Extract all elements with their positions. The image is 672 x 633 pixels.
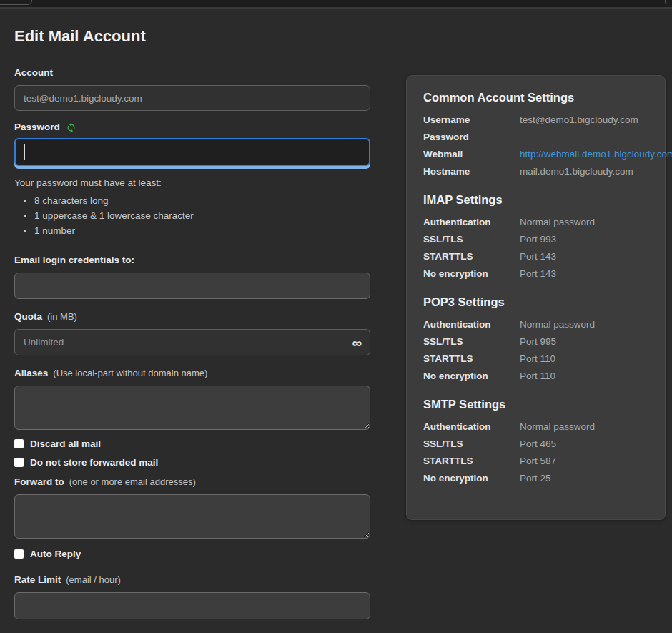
smtp-noenc-value: Port 25 — [520, 473, 551, 484]
smtp-ssl-value: Port 465 — [520, 439, 556, 449]
smtp-settings-title: SMTP Settings — [423, 398, 665, 411]
rate-limit-input[interactable] — [14, 592, 370, 619]
panel-title: Common Account Settings — [423, 91, 665, 104]
infinity-unlimited-icon[interactable]: ∞ — [352, 335, 362, 349]
username-row: Username test@demo1.bigcloudy.com — [423, 115, 665, 125]
imap-starttls-label: STARTTLS — [423, 252, 520, 262]
aliases-hint: (Use local-part without domain name) — [53, 368, 207, 378]
imap-starttls-value: Port 143 — [520, 252, 556, 262]
pop3-starttls-value: Port 110 — [520, 354, 555, 364]
auto-reply-label: Auto Reply — [30, 549, 81, 559]
pop3-ssl-row: SSL/TLS Port 995 — [423, 337, 665, 347]
forward-label-row: Forward to(one or more email addresses) — [14, 476, 370, 488]
rate-limit-label: Rate Limit — [14, 574, 61, 585]
imap-ssl-row: SSL/TLS Port 993 — [423, 235, 665, 245]
pop3-auth-row: Authentication Normal password — [423, 320, 665, 330]
username-value: test@demo1.bigcloudy.com — [520, 115, 638, 125]
aliases-label: Aliases — [14, 368, 48, 378]
smtp-starttls-label: STARTTLS — [423, 456, 520, 466]
pop3-settings-title: POP3 Settings — [423, 295, 665, 309]
smtp-noenc-row: No encryption Port 25 — [423, 473, 665, 484]
smtp-ssl-row: SSL/TLS Port 465 — [423, 439, 665, 449]
no-store-forwarded-row[interactable]: Do not store forwarded mail — [14, 457, 370, 468]
forward-label: Forward to — [14, 476, 64, 487]
pop3-noenc-row: No encryption Port 110 — [423, 371, 665, 381]
quota-hint: (in MB) — [47, 311, 77, 322]
imap-ssl-label: SSL/TLS — [423, 235, 520, 245]
password-rule: 1 uppercase & 1 lowercase character — [34, 210, 370, 221]
browser-edge-strip — [0, 0, 672, 9]
password-input[interactable] — [14, 138, 370, 166]
page-title: Edit Mail Account — [14, 27, 370, 46]
credentials-label: Email login credentials to: — [14, 255, 370, 266]
credentials-input[interactable] — [14, 273, 370, 299]
password-rule: 1 number — [34, 225, 370, 236]
password-requirements-list: 8 characters long 1 uppercase & 1 lowerc… — [14, 195, 370, 236]
pop3-ssl-value: Port 995 — [520, 337, 556, 347]
password-requirements-intro: Your password must have at least: — [14, 177, 370, 188]
hostname-row: Hostname mail.demo1.bigcloudy.com — [423, 167, 665, 177]
auto-reply-checkbox[interactable] — [14, 549, 24, 559]
imap-noenc-row: No encryption Port 143 — [423, 269, 665, 279]
no-store-forwarded-checkbox[interactable] — [14, 458, 24, 467]
smtp-starttls-value: Port 587 — [520, 456, 556, 466]
pop3-starttls-row: STARTTLS Port 110 — [423, 354, 665, 364]
username-label: Username — [423, 115, 520, 125]
clipped-browser-element-left — [0, 0, 32, 5]
forward-textarea[interactable] — [14, 494, 370, 539]
password-row-label: Password — [423, 132, 520, 142]
hostname-value: mail.demo1.bigcloudy.com — [520, 167, 633, 177]
pop3-auth-value: Normal password — [520, 320, 595, 330]
imap-noenc-label: No encryption — [423, 269, 520, 279]
aliases-textarea[interactable] — [14, 386, 370, 430]
edit-mail-account-page: Edit Mail Account Account Password Your … — [0, 9, 672, 632]
pop3-noenc-value: Port 110 — [520, 371, 555, 381]
smtp-auth-value: Normal password — [520, 422, 595, 432]
auto-reply-row[interactable]: Auto Reply — [14, 549, 370, 559]
mail-account-form: Edit Mail Account Account Password Your … — [14, 9, 370, 619]
webmail-label: Webmail — [423, 149, 520, 160]
quota-label-row: Quota(in MB) — [14, 311, 370, 323]
rate-limit-hint: (email / hour) — [66, 574, 121, 585]
password-rule: 8 characters long — [34, 195, 370, 206]
quota-label: Quota — [14, 311, 42, 322]
pop3-auth-label: Authentication — [423, 320, 520, 330]
aliases-label-row: Aliases(Use local-part without domain na… — [14, 368, 370, 379]
imap-auth-label: Authentication — [423, 217, 520, 227]
discard-all-mail-checkbox[interactable] — [14, 439, 24, 448]
rate-limit-label-row: Rate Limit(email / hour) — [14, 574, 370, 586]
webmail-row: Webmail http://webmail.demo1.bigcloudy.c… — [423, 149, 665, 160]
text-caret — [24, 144, 25, 160]
clipped-browser-element-right — [665, 0, 672, 4]
smtp-auth-row: Authentication Normal password — [423, 422, 665, 432]
discard-all-mail-label: Discard all mail — [30, 438, 101, 449]
pop3-starttls-label: STARTTLS — [423, 354, 520, 364]
smtp-starttls-row: STARTTLS Port 587 — [423, 456, 665, 466]
smtp-ssl-label: SSL/TLS — [423, 439, 520, 449]
pop3-noenc-label: No encryption — [423, 371, 520, 381]
imap-auth-value: Normal password — [520, 217, 595, 227]
imap-noenc-value: Port 143 — [520, 269, 556, 279]
imap-starttls-row: STARTTLS Port 143 — [423, 252, 665, 262]
imap-auth-row: Authentication Normal password — [423, 217, 665, 227]
forward-hint: (one or more email addresses) — [69, 476, 196, 487]
discard-all-mail-row[interactable]: Discard all mail — [14, 438, 370, 449]
pop3-ssl-label: SSL/TLS — [423, 337, 520, 347]
quota-input[interactable] — [14, 329, 370, 355]
smtp-noenc-label: No encryption — [423, 473, 520, 484]
common-account-settings-panel: Common Account Settings Username test@de… — [406, 75, 666, 520]
no-store-forwarded-label: Do not store forwarded mail — [30, 457, 158, 468]
account-input[interactable] — [14, 85, 370, 111]
account-label: Account — [14, 67, 370, 79]
smtp-auth-label: Authentication — [423, 422, 520, 432]
password-row: Password — [423, 132, 665, 142]
imap-settings-title: IMAP Settings — [423, 193, 665, 207]
generate-password-icon[interactable] — [66, 122, 76, 133]
password-label: Password — [14, 122, 60, 133]
hostname-label: Hostname — [423, 167, 520, 177]
webmail-link[interactable]: http://webmail.demo1.bigcloudy.com — [520, 149, 672, 160]
imap-ssl-value: Port 993 — [520, 235, 556, 245]
